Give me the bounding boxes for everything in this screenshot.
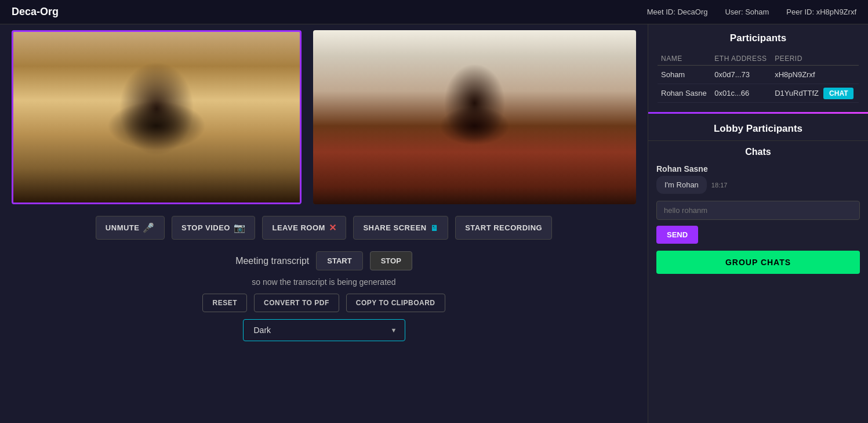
chat-input-row <box>656 201 860 220</box>
lobby-title: Lobby Participants <box>648 117 868 141</box>
chat-bubble: I'm Rohan <box>656 176 707 194</box>
convert-pdf-button[interactable]: CONVERT TO PDF <box>254 294 339 312</box>
unmute-label: UNMUTE <box>106 223 140 232</box>
col-name: NAME <box>658 52 711 66</box>
participants-table: NAME ETH ADDRESS PEERID Soham0x0d7...73x… <box>658 52 859 103</box>
remote-video <box>313 30 636 204</box>
col-peerid: PEERID <box>771 52 859 66</box>
transcript-actions: RESET CONVERT TO PDF COPY TO CLIPBOARD <box>202 294 445 312</box>
table-row: Rohan Sasne0x01c...66D1YuRdTTfZCHAT <box>658 84 859 103</box>
video-icon: 📷 <box>234 222 246 233</box>
stop-video-label: STOP VIDEO <box>181 223 230 232</box>
leave-room-label: LEAVE ROOM <box>272 223 325 232</box>
chat-sender-name: Rohan Sasne <box>656 164 860 173</box>
participants-section: Participants NAME ETH ADDRESS PEERID Soh… <box>648 24 868 109</box>
chat-input[interactable] <box>656 201 860 220</box>
transcript-label: Meeting transcript <box>235 256 309 266</box>
unmute-button[interactable]: UNMUTE 🎤 <box>96 216 165 240</box>
send-button[interactable]: SEND <box>656 226 698 244</box>
meet-id: Meet ID: DecaOrg <box>647 8 708 16</box>
main-content: UNMUTE 🎤 STOP VIDEO 📷 LEAVE ROOM ✕ SHARE… <box>0 24 868 423</box>
participant-peer: D1YuRdTTfZCHAT <box>771 84 859 103</box>
chats-section: Chats Rohan Sasne I'm Rohan 18:17 SEND G… <box>648 141 868 423</box>
start-recording-label: START RECORDING <box>465 223 542 232</box>
transcript-stop-button[interactable]: STOP <box>370 251 412 270</box>
screen-icon: 🖥 <box>430 223 439 233</box>
header-meta: Meet ID: DecaOrg User: Soham Peer ID: xH… <box>647 8 856 16</box>
chat-badge[interactable]: CHAT <box>823 88 854 99</box>
app-name: Deca-Org <box>12 6 59 18</box>
chat-time: 18:17 <box>711 182 728 189</box>
leave-room-button[interactable]: LEAVE ROOM ✕ <box>262 216 346 240</box>
transcript-start-button[interactable]: START <box>316 251 362 270</box>
remote-video-frame <box>313 30 636 204</box>
close-icon: ✕ <box>329 222 337 233</box>
participant-name: Rohan Sasne <box>658 84 711 103</box>
center-panel: UNMUTE 🎤 STOP VIDEO 📷 LEAVE ROOM ✕ SHARE… <box>0 24 648 423</box>
participants-title: Participants <box>658 32 859 44</box>
participant-name: Soham <box>658 66 711 84</box>
local-video-frame <box>13 32 300 203</box>
group-chats-button[interactable]: GROUP CHATS <box>656 251 860 274</box>
reset-button[interactable]: RESET <box>202 294 247 312</box>
transcript-section: Meeting transcript START STOP so now the… <box>12 251 636 341</box>
peer-id: Peer ID: xH8pN9Zrxf <box>786 8 856 16</box>
participant-eth: 0x01c...66 <box>711 84 771 103</box>
table-row: Soham0x0d7...73xH8pN9Zrxf <box>658 66 859 84</box>
sidebar: Participants NAME ETH ADDRESS PEERID Soh… <box>648 24 868 423</box>
participant-peer: xH8pN9Zrxf <box>771 66 859 84</box>
chat-message-row: I'm Rohan 18:17 <box>656 176 860 194</box>
share-screen-button[interactable]: SHARE SCREEN 🖥 <box>353 216 448 240</box>
participant-eth: 0x0d7...73 <box>711 66 771 84</box>
controls-bar: UNMUTE 🎤 STOP VIDEO 📷 LEAVE ROOM ✕ SHARE… <box>12 216 636 240</box>
copy-clipboard-button[interactable]: COPY TO CLIPBOARD <box>346 294 445 312</box>
divider <box>648 112 868 114</box>
local-video <box>12 30 302 204</box>
share-screen-label: SHARE SCREEN <box>363 223 426 232</box>
microphone-icon: 🎤 <box>143 222 155 233</box>
header: Deca-Org Meet ID: DecaOrg User: Soham Pe… <box>0 0 868 24</box>
col-eth: ETH ADDRESS <box>711 52 771 66</box>
start-recording-button[interactable]: START RECORDING <box>455 216 552 240</box>
video-area <box>12 30 636 204</box>
theme-dropdown-wrapper[interactable]: Dark Light System <box>243 319 405 341</box>
transcript-status: so now the transcript is being generated <box>252 277 395 287</box>
theme-dropdown[interactable]: Dark Light System <box>243 319 405 341</box>
stop-video-button[interactable]: STOP VIDEO 📷 <box>172 216 256 240</box>
transcript-header: Meeting transcript START STOP <box>235 251 412 270</box>
chats-title: Chats <box>656 147 860 157</box>
user-info: User: Soham <box>725 8 769 16</box>
